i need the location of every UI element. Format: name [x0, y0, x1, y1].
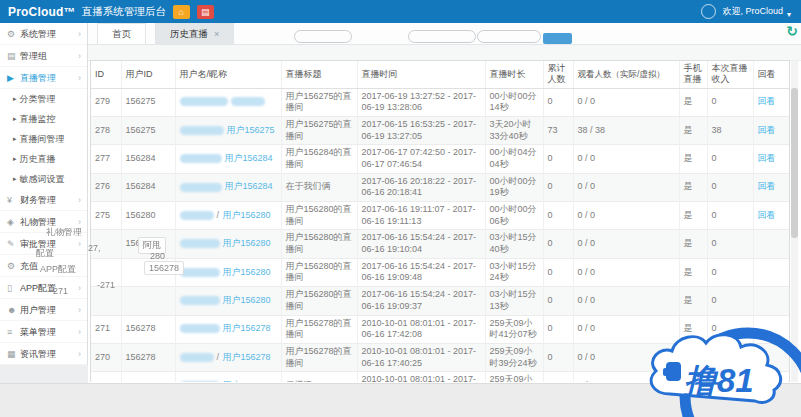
username-link[interactable]: 用户156284: [225, 153, 273, 163]
cell-income: 0: [707, 173, 753, 201]
scrollbar-track[interactable]: [791, 61, 798, 382]
filter-input-2[interactable]: [408, 30, 476, 43]
column-header: 用户名/昵称: [175, 61, 281, 88]
sidebar-item-menus[interactable]: ≡菜单管理›: [0, 321, 87, 343]
sidebar-item-news[interactable]: ▦资讯管理›: [0, 343, 87, 365]
cell-replay: [753, 258, 789, 286]
replay-link[interactable]: 回看: [758, 181, 776, 191]
cell-time: 2017-06-17 07:42:50 - 2017-06-17 07:46:5…: [357, 145, 485, 173]
close-icon[interactable]: [214, 24, 219, 44]
caret-right-icon: ▸: [13, 129, 17, 149]
username-link[interactable]: 用户156278: [223, 323, 271, 333]
cell-user-id: 156280: [121, 202, 175, 230]
column-header: ID: [91, 61, 121, 88]
cell-time: 2017-06-16 15:54:24 - 2017-06-16 19:09:3…: [357, 287, 485, 315]
sidebar-item-system[interactable]: ⚙系统管理›: [0, 23, 87, 45]
replay-link[interactable]: 回看: [758, 125, 776, 135]
cell-income: 0: [707, 88, 753, 116]
blurred-name: [180, 239, 220, 248]
sidebar-item-finance[interactable]: ¥财务管理›: [0, 189, 87, 211]
filter-input-3[interactable]: [477, 30, 541, 43]
grid-button[interactable]: [197, 5, 214, 19]
table-row: 276156284用户156284在于我们俩2017-06-16 20:18:2…: [91, 173, 789, 201]
sidebar-item-live-monitor[interactable]: ▸直播监控: [0, 109, 87, 129]
cell-mobile: 是: [679, 88, 707, 116]
cell-time: 2017-06-16 15:54:24 - 2017-06-16 19:09:4…: [357, 258, 485, 286]
replay-link[interactable]: 回看: [758, 210, 776, 220]
ghost-text: 27,: [88, 243, 101, 253]
blurred-name: [180, 268, 220, 277]
blurred-name: [180, 154, 222, 163]
username-link[interactable]: 用户156280: [223, 295, 271, 305]
cell-title: 用户156284的直播间: [281, 145, 357, 173]
username-link[interactable]: 用户156278: [223, 380, 271, 382]
cell-replay: [753, 287, 789, 315]
chevron-right-icon: ›: [78, 343, 81, 365]
cell-total-viewers: 73: [543, 116, 573, 144]
gears-icon: ⚙: [7, 23, 20, 45]
caret-right-icon: ▸: [13, 109, 17, 129]
cell-title: 用户156280的直播间: [281, 258, 357, 286]
filter-input-1[interactable]: [294, 30, 352, 43]
avatar: [701, 4, 716, 19]
username-link[interactable]: 用户156280: [223, 267, 271, 277]
footer-strip: [0, 383, 801, 417]
sidebar-item-admin-group[interactable]: ▤管理组›: [0, 45, 87, 67]
username-link[interactable]: 用户156284: [225, 181, 273, 191]
replay-link[interactable]: 回看: [758, 96, 776, 106]
scrollbar-thumb[interactable]: [791, 88, 798, 238]
welcome-text[interactable]: 欢迎, ProCloud: [722, 5, 783, 18]
sidebar-item-app-config[interactable]: ▯APP配置›: [0, 277, 87, 299]
search-button[interactable]: [543, 33, 572, 44]
table-row: 270156278/ 用户156278用户156278的直播间2010-10-0…: [91, 343, 789, 371]
cell-user-id: 156278: [121, 372, 175, 382]
sidebar-item-live-rooms[interactable]: ▸直播间管理: [0, 129, 87, 149]
chevron-right-icon: ›: [78, 321, 81, 343]
cell-total-viewers: 0: [543, 287, 573, 315]
sidebar-item-category[interactable]: ▸分类管理: [0, 89, 87, 109]
cell-income: 0: [707, 145, 753, 173]
cell-time: 2010-10-01 08:01:01 - 2017-06-16: [357, 372, 485, 382]
yen-icon: ¥: [7, 189, 20, 211]
cell-total-viewers: 0: [543, 315, 573, 343]
cell-duration: 00小时00分06秒: [485, 202, 543, 230]
sidebar-item-sensitive-words[interactable]: ▸敏感词设置: [0, 169, 87, 189]
cell-time: 2017-06-16 20:18:22 - 2017-06-16 20:18:4…: [357, 173, 485, 201]
sidebar-item-label: 菜单管理: [20, 321, 56, 343]
cell-income: 38: [707, 116, 753, 144]
sidebar-item-users[interactable]: ☻用户管理›: [0, 299, 87, 321]
cell-title: 用户156280的直播间: [281, 230, 357, 258]
caret-right-icon: ▸: [13, 149, 17, 169]
cell-duration: 259天09小时: [485, 372, 543, 382]
chevron-down-icon[interactable]: [783, 3, 791, 21]
username-link[interactable]: 用户156280: [223, 210, 271, 220]
cell-viewers: 0 / 0: [573, 343, 679, 371]
refresh-icon[interactable]: [786, 23, 798, 39]
cell-username: / 用户156280: [175, 202, 281, 230]
cell-id: 276: [91, 173, 121, 201]
replay-link[interactable]: 回看: [758, 153, 776, 163]
tab-home[interactable]: 首页: [97, 23, 146, 44]
ghost-text: -271: [50, 286, 68, 296]
ghost-text: 礼物管理: [46, 226, 82, 239]
cell-viewers: 0 / 0: [573, 202, 679, 230]
username-link[interactable]: 用户156280: [223, 238, 271, 248]
table-row: 279156275用户156275的直播间2017-06-19 13:27:52…: [91, 88, 789, 116]
cell-user-id: 156275: [121, 116, 175, 144]
cell-replay: [753, 343, 789, 371]
sidebar-item-label: 直播间管理: [20, 129, 65, 149]
cell-viewers: 0 / 0: [573, 88, 679, 116]
home-button[interactable]: [173, 5, 190, 19]
username-link[interactable]: 用户156278: [223, 352, 271, 362]
tab-live-history[interactable]: 历史直播: [155, 23, 234, 44]
cell-title: 在于我们俩: [281, 173, 357, 201]
username-link[interactable]: 用户156275: [227, 125, 275, 135]
cell-duration: 03小时15分24秒: [485, 258, 543, 286]
table-row: 278156275用户156275用户156275的直播间2017-06-15 …: [91, 116, 789, 144]
sidebar-item-live-history[interactable]: ▸历史直播: [0, 149, 87, 169]
chevron-right-icon: ›: [78, 23, 81, 45]
sidebar-item-live[interactable]: ▶直播管理›: [0, 67, 87, 89]
column-header: 直播时间: [357, 61, 485, 88]
ghost-text: APP配置: [40, 263, 76, 276]
cell-total-viewers: 0: [543, 88, 573, 116]
